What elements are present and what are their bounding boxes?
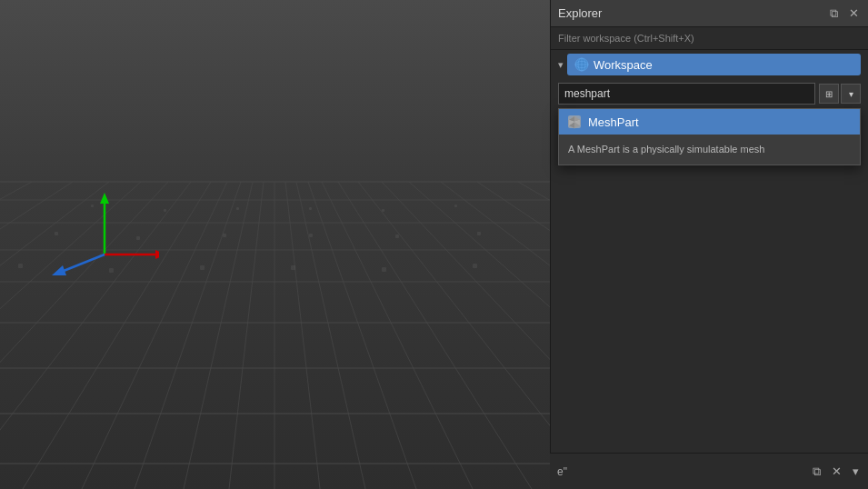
- search-icons: ⊞ ▾: [819, 84, 861, 104]
- chevron-down-icon: ▾: [849, 89, 853, 99]
- svg-rect-49: [291, 265, 295, 270]
- svg-rect-50: [382, 267, 386, 272]
- svg-rect-37: [309, 207, 312, 210]
- bottom-close-icon[interactable]: ✕: [830, 463, 843, 480]
- globe-icon: [574, 57, 589, 72]
- svg-rect-36: [236, 207, 239, 210]
- bottom-panel-icons: ⧉ ✕ ▾: [811, 463, 861, 481]
- viewport-3d[interactable]: [0, 0, 550, 489]
- svg-rect-0: [0, 0, 550, 182]
- panel-content-area: [551, 108, 868, 489]
- grid-icon: ⊞: [825, 89, 833, 99]
- svg-rect-44: [395, 235, 399, 238]
- svg-rect-45: [477, 232, 481, 235]
- bottom-panel-label: e": [557, 465, 567, 478]
- search-container: ⊞ ▾ MeshPa: [551, 79, 868, 108]
- view-toggle-button[interactable]: ⊞: [819, 84, 839, 104]
- bottom-chevron-icon[interactable]: ▾: [851, 463, 861, 480]
- suggestion-dropdown: MeshPart A MeshPart is a physically simu…: [558, 108, 861, 165]
- dropdown-button[interactable]: ▾: [841, 84, 861, 104]
- explorer-title: Explorer: [558, 6, 602, 20]
- svg-rect-39: [454, 205, 457, 207]
- workspace-label: Workspace: [594, 58, 653, 72]
- svg-line-56: [59, 254, 105, 273]
- copy-icon[interactable]: ⧉: [828, 5, 840, 23]
- workspace-item[interactable]: Workspace: [567, 54, 861, 75]
- svg-rect-43: [309, 234, 313, 237]
- axes-widget: [50, 182, 159, 291]
- workspace-row: ▾ Workspace: [551, 50, 868, 79]
- suggestion-item[interactable]: MeshPart: [559, 109, 860, 135]
- bottom-panel: e" ⧉ ✕ ▾: [550, 453, 868, 489]
- close-icon[interactable]: ✕: [847, 5, 861, 22]
- search-input[interactable]: [558, 83, 815, 105]
- chevron-icon: ▾: [558, 59, 564, 71]
- svg-rect-48: [200, 265, 205, 270]
- svg-rect-42: [223, 234, 226, 237]
- bottom-copy-icon[interactable]: ⧉: [811, 463, 823, 481]
- svg-rect-46: [18, 264, 23, 268]
- svg-marker-55: [155, 250, 159, 259]
- svg-rect-51: [473, 264, 477, 268]
- filter-label: Filter workspace (Ctrl+Shift+X): [558, 33, 694, 44]
- titlebar-icons: ⧉ ✕: [828, 5, 861, 23]
- search-row: ⊞ ▾: [558, 83, 861, 105]
- suggestion-label: MeshPart: [588, 115, 639, 129]
- svg-marker-57: [52, 265, 66, 275]
- explorer-titlebar: Explorer ⧉ ✕: [551, 0, 868, 27]
- svg-rect-38: [382, 209, 384, 212]
- svg-marker-53: [100, 193, 109, 204]
- svg-rect-35: [164, 209, 166, 212]
- suggestion-description: A MeshPart is a physically simulatable m…: [559, 135, 860, 165]
- filter-bar: Filter workspace (Ctrl+Shift+X): [551, 27, 868, 50]
- explorer-panel: Explorer ⧉ ✕ Filter workspace (Ctrl+Shif…: [550, 0, 868, 489]
- meshpart-icon: [566, 114, 583, 130]
